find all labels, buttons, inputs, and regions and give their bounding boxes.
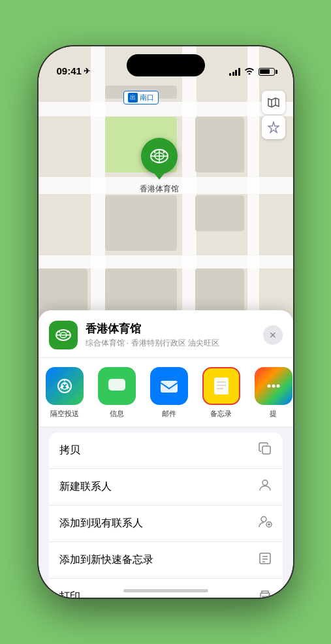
print-icon	[258, 588, 272, 598]
map-controls	[262, 91, 285, 139]
venue-info: 香港体育馆 综合体育馆 · 香港特别行政区 油尖旺区	[86, 321, 255, 349]
svg-rect-26	[262, 446, 270, 454]
share-row: 隔空投送 信息	[39, 358, 293, 427]
map-area[interactable]: 出 南口	[39, 46, 293, 327]
signal-bar-3	[235, 70, 237, 76]
road-v-2	[182, 46, 197, 327]
road-v-3	[247, 46, 259, 327]
block-4	[105, 195, 177, 251]
venue-icon	[49, 321, 78, 349]
location-arrow-icon: ✈	[84, 67, 90, 76]
notes-icon	[202, 367, 240, 405]
copy-label: 拷贝	[59, 443, 80, 457]
svg-point-25	[276, 385, 279, 388]
label-badge: 出	[128, 93, 138, 103]
signal-bar-2	[232, 72, 234, 76]
status-time: 09:41 ✈	[57, 65, 90, 76]
add-note-label: 添加到新快速备忘录	[59, 553, 153, 567]
close-button[interactable]: ✕	[263, 325, 283, 345]
airdrop-icon	[46, 367, 84, 405]
svg-point-11	[66, 331, 67, 332]
venue-subtitle: 综合体育馆 · 香港特别行政区 油尖旺区	[86, 338, 255, 349]
notes-label: 备忘录	[210, 409, 232, 419]
signal-bars	[229, 68, 240, 76]
wifi-icon	[244, 67, 255, 76]
svg-point-38	[268, 594, 270, 596]
battery-icon	[259, 68, 275, 76]
svg-point-27	[262, 480, 268, 485]
home-indicator	[123, 589, 208, 592]
signal-bar-1	[229, 73, 231, 76]
share-item-mail[interactable]: 邮件	[143, 367, 195, 419]
messages-icon	[98, 367, 136, 405]
share-item-messages[interactable]: 信息	[91, 367, 143, 419]
action-print[interactable]: 打印	[49, 579, 283, 598]
share-item-notes[interactable]: 备忘录	[195, 367, 247, 419]
svg-point-23	[267, 385, 270, 388]
svg-rect-18	[161, 381, 178, 393]
action-copy[interactable]: 拷贝	[49, 432, 283, 469]
sheet-header: 香港体育馆 综合体育馆 · 香港特别行政区 油尖旺区 ✕	[39, 310, 293, 358]
location-label[interactable]: 出 南口	[123, 91, 159, 105]
person-icon	[258, 478, 272, 496]
mail-icon	[150, 367, 188, 405]
print-label: 打印	[59, 590, 80, 598]
signal-bar-4	[238, 68, 240, 76]
road-v-1	[91, 46, 105, 327]
action-list: 拷贝 新建联系人 添加到现有联系人	[49, 432, 283, 598]
venue-pin-label: 香港体育馆	[140, 184, 179, 195]
add-existing-label: 添加到现有联系人	[59, 517, 143, 530]
share-item-more[interactable]: 提	[247, 367, 293, 419]
bottom-sheet: 香港体育馆 综合体育馆 · 香港特别行政区 油尖旺区 ✕	[39, 310, 293, 598]
dynamic-island	[127, 54, 205, 76]
status-icons	[229, 67, 275, 76]
svg-point-10	[58, 331, 59, 332]
svg-point-6	[163, 152, 165, 153]
person-add-icon	[258, 515, 272, 532]
note-icon	[258, 551, 272, 569]
airdrop-label: 隔空投送	[50, 409, 79, 419]
svg-rect-37	[262, 596, 268, 598]
phone-inner: 09:41 ✈	[39, 46, 293, 598]
battery-fill	[260, 69, 270, 74]
mail-label: 邮件	[162, 409, 176, 419]
copy-icon	[258, 442, 272, 459]
pin-circle	[141, 138, 178, 174]
svg-rect-16	[108, 379, 125, 391]
new-contact-label: 新建联系人	[59, 480, 112, 494]
messages-label: 信息	[110, 409, 124, 419]
svg-point-5	[153, 152, 155, 153]
svg-point-24	[272, 385, 275, 388]
more-label: 提	[270, 409, 277, 419]
svg-point-14	[63, 382, 66, 385]
stadium-pin[interactable]: 香港体育馆	[140, 138, 179, 195]
block-2	[195, 117, 244, 172]
svg-rect-19	[214, 378, 229, 394]
location-button[interactable]	[262, 116, 285, 139]
phone-frame: 09:41 ✈	[39, 46, 293, 598]
venue-name: 香港体育馆	[86, 321, 255, 336]
action-add-note[interactable]: 添加到新快速备忘录	[49, 542, 283, 579]
svg-rect-36	[260, 593, 270, 598]
map-type-button[interactable]	[262, 91, 285, 114]
time-text: 09:41	[57, 65, 82, 76]
more-icon	[255, 367, 292, 405]
action-add-existing[interactable]: 添加到现有联系人	[49, 506, 283, 542]
block-5	[195, 195, 244, 231]
share-item-airdrop[interactable]: 隔空投送	[39, 367, 91, 419]
svg-point-28	[261, 517, 266, 522]
action-new-contact[interactable]: 新建联系人	[49, 469, 283, 506]
label-text: 南口	[140, 93, 154, 103]
